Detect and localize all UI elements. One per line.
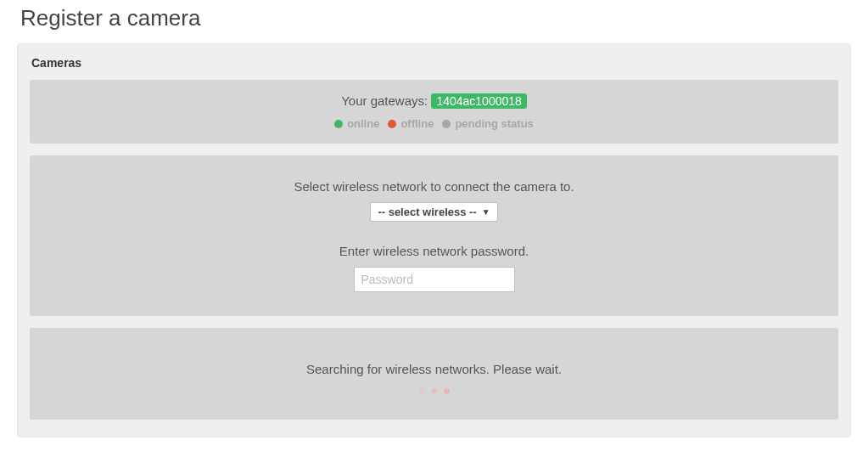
status-dot-offline-icon xyxy=(388,120,396,128)
cameras-panel: Cameras Your gateways: 1404ac1000018 onl… xyxy=(17,43,851,437)
gateway-legend: online offline pending status xyxy=(38,117,830,130)
page-title: Register a camera xyxy=(20,5,851,31)
legend-pending: pending status xyxy=(442,117,533,130)
wifi-password-input[interactable] xyxy=(354,267,515,292)
chevron-down-icon: ▼ xyxy=(482,207,490,217)
legend-offline-label: offline xyxy=(400,117,434,130)
legend-online: online xyxy=(334,117,379,130)
legend-online-label: online xyxy=(347,117,379,130)
wifi-password-prompt: Enter wireless network password. xyxy=(38,244,830,258)
gateway-block: Your gateways: 1404ac1000018 online offl… xyxy=(30,80,838,144)
loading-spinner-icon xyxy=(38,388,830,394)
panel-title: Cameras xyxy=(31,56,838,70)
status-dot-pending-icon xyxy=(442,120,451,128)
wifi-select-value: -- select wireless -- xyxy=(378,206,476,218)
legend-pending-label: pending status xyxy=(455,117,533,130)
search-status-text: Searching for wireless networks. Please … xyxy=(38,362,830,376)
wifi-select[interactable]: -- select wireless -- ▼ xyxy=(370,202,497,222)
gateway-label: Your gateways: xyxy=(341,93,428,108)
wifi-block: Select wireless network to connect the c… xyxy=(30,155,838,316)
wifi-select-prompt: Select wireless network to connect the c… xyxy=(38,179,830,194)
gateway-line: Your gateways: 1404ac1000018 xyxy=(38,93,830,109)
status-dot-online-icon xyxy=(334,120,343,128)
legend-offline: offline xyxy=(388,117,434,130)
search-status-block: Searching for wireless networks. Please … xyxy=(30,328,838,420)
gateway-id-badge: 1404ac1000018 xyxy=(431,93,526,109)
